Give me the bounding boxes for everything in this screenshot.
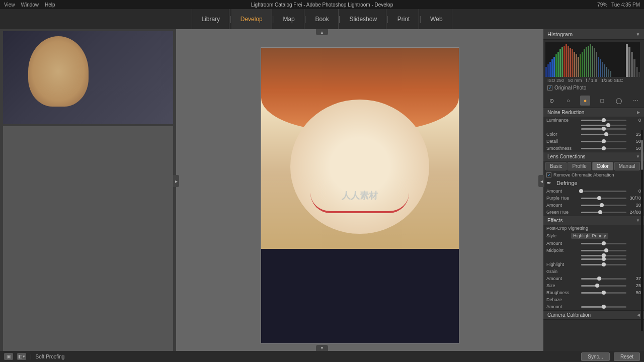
menu-bar[interactable]: View Window Help bbox=[4, 2, 55, 8]
smoothness-label: Smoothness bbox=[546, 146, 579, 151]
camera-calibration-title: Camera Calibration bbox=[547, 312, 591, 318]
hist-iso: ISO 250 bbox=[547, 78, 564, 83]
tool-dots[interactable]: ⋯ bbox=[631, 96, 641, 106]
svg-rect-8 bbox=[561, 47, 563, 77]
camera-calibration-header[interactable]: Camera Calibration ◀ bbox=[543, 311, 644, 319]
feather-slider[interactable] bbox=[581, 255, 626, 256]
svg-rect-11 bbox=[568, 46, 569, 77]
effects-header[interactable]: Effects ▼ bbox=[543, 216, 644, 225]
remove-ca-checkbox[interactable]: ✓ bbox=[546, 172, 551, 177]
vignette-amount-slider[interactable] bbox=[581, 243, 626, 244]
noise-reduction-collapse[interactable]: ▶ bbox=[637, 110, 640, 115]
smoothness-row: Smoothness 50 bbox=[543, 145, 644, 152]
dehaze-amount-slider[interactable] bbox=[581, 306, 626, 308]
view-mode-icon[interactable]: ▣ bbox=[4, 353, 13, 360]
nav-book[interactable]: Book bbox=[306, 9, 338, 29]
menu-window[interactable]: Window bbox=[21, 2, 39, 8]
tool-circle-dot[interactable]: ⊙ bbox=[546, 96, 556, 106]
highlight-row: Highlight bbox=[543, 261, 644, 268]
purple-hue-slider[interactable] bbox=[581, 198, 626, 199]
noise-reduction-header[interactable]: Noise Reduction ▶ bbox=[543, 108, 644, 117]
tool-square[interactable]: □ bbox=[597, 96, 607, 106]
svg-rect-32 bbox=[610, 71, 611, 77]
remove-ca-row[interactable]: ✓ Remove Chromatic Aberration bbox=[543, 171, 644, 178]
defringe-amount-slider[interactable] bbox=[581, 191, 626, 192]
green-hue-slider[interactable] bbox=[581, 212, 626, 213]
right-panel-toggle[interactable]: ◂ bbox=[538, 175, 544, 187]
tool-circle-outline[interactable]: ○ bbox=[564, 96, 574, 106]
smoothness-slider[interactable] bbox=[581, 148, 626, 149]
nav-map[interactable]: Map bbox=[274, 9, 304, 29]
histogram-collapse[interactable]: ▼ bbox=[636, 32, 640, 37]
nav-library[interactable]: Library bbox=[192, 9, 229, 29]
style-value[interactable]: Highlight Priority bbox=[571, 233, 608, 239]
effects-collapse[interactable]: ▼ bbox=[636, 218, 640, 223]
menu-view[interactable]: View bbox=[4, 2, 15, 8]
photo-skin bbox=[290, 100, 429, 234]
bottom-panel-toggle[interactable]: ▼ bbox=[316, 345, 328, 351]
svg-rect-35 bbox=[631, 52, 633, 77]
tab-color[interactable]: Color bbox=[592, 162, 613, 170]
green-hue-label: Green Hue bbox=[546, 210, 579, 215]
nav-print[interactable]: Print bbox=[388, 9, 420, 29]
svg-rect-19 bbox=[584, 49, 585, 77]
roundness-slider[interactable] bbox=[581, 258, 626, 260]
webcam-view bbox=[3, 31, 173, 124]
svg-rect-14 bbox=[574, 52, 575, 77]
bottom-bar: ▣ ◧▾ | Soft Proofing Sync... Reset bbox=[0, 351, 644, 362]
tool-circle-ring[interactable]: ◯ bbox=[614, 96, 624, 106]
svg-rect-12 bbox=[570, 48, 571, 77]
green-hue-row: Green Hue 24/88 bbox=[543, 209, 644, 216]
svg-rect-25 bbox=[596, 52, 597, 77]
lens-corrections-title: Lens Corrections bbox=[547, 154, 586, 159]
green-amount-slider[interactable] bbox=[581, 205, 626, 206]
grain-roughness-slider[interactable] bbox=[581, 292, 626, 294]
menu-help[interactable]: Help bbox=[45, 2, 55, 8]
grain-amount-slider[interactable] bbox=[581, 278, 626, 280]
roundness-row bbox=[543, 257, 644, 261]
color-slider[interactable] bbox=[581, 134, 626, 135]
svg-rect-24 bbox=[594, 48, 595, 77]
tab-basic[interactable]: Basic bbox=[545, 162, 567, 170]
original-photo-checkbox[interactable]: ✓ bbox=[547, 85, 552, 90]
feather-row bbox=[543, 254, 644, 257]
defringe-amount-row: Amount 0 bbox=[543, 188, 644, 195]
grain-size-slider[interactable] bbox=[581, 285, 626, 287]
lens-corrections-header[interactable]: Lens Corrections ▼ bbox=[543, 152, 644, 161]
midpoint-slider[interactable] bbox=[581, 250, 626, 251]
nav-develop[interactable]: Develop bbox=[231, 9, 272, 29]
highlight-slider[interactable] bbox=[581, 264, 626, 265]
scroll-indicator[interactable] bbox=[641, 130, 643, 331]
detail-value: 50 bbox=[628, 139, 641, 144]
photo-face-area bbox=[261, 48, 459, 255]
grain-amount-row: Amount 37 bbox=[543, 275, 644, 282]
battery-level: 79% bbox=[597, 2, 607, 8]
camera-calibration-section: Camera Calibration ◀ bbox=[543, 311, 644, 320]
reset-button[interactable]: Reset bbox=[614, 352, 640, 361]
scroll-thumb[interactable] bbox=[641, 140, 643, 170]
camera-calibration-collapse[interactable]: ◀ bbox=[637, 313, 640, 317]
view-options-icon[interactable]: ◧▾ bbox=[17, 353, 26, 360]
histogram-info: ISO 250 50 mm f / 1.8 1/250 SEC bbox=[545, 77, 642, 84]
nav-web[interactable]: Web bbox=[421, 9, 452, 29]
detail-slider[interactable] bbox=[581, 141, 626, 142]
midpoint-row: Midpoint bbox=[543, 247, 644, 254]
tab-manual[interactable]: Manual bbox=[614, 162, 640, 170]
nav-slideshow[interactable]: Slideshow bbox=[340, 9, 386, 29]
tool-circle-filled[interactable]: ● bbox=[580, 96, 590, 106]
sync-button[interactable]: Sync... bbox=[581, 352, 610, 361]
histogram-section: ISO 250 50 mm f / 1.8 1/250 SEC ✓ Origin… bbox=[543, 40, 644, 94]
left-panel-toggle[interactable]: ▸ bbox=[173, 175, 179, 187]
post-crop-label: Post-Crop Vignetting bbox=[543, 225, 644, 232]
dropper-icon[interactable]: ✒ bbox=[546, 179, 553, 187]
histogram-header[interactable]: Histogram ▼ bbox=[543, 29, 644, 40]
lum-sub2-slider[interactable] bbox=[581, 128, 626, 130]
luminance-slider[interactable] bbox=[581, 120, 626, 121]
tab-profile[interactable]: Profile bbox=[568, 162, 591, 170]
lens-corrections-collapse[interactable]: ▼ bbox=[636, 154, 640, 159]
top-panel-toggle[interactable]: ▲ bbox=[316, 29, 328, 35]
original-photo-toggle[interactable]: ✓ Original Photo bbox=[545, 84, 642, 92]
grain-amount-label: Amount bbox=[546, 276, 579, 281]
dehaze-label: Dehaze bbox=[543, 296, 644, 303]
lum-sub1-slider[interactable] bbox=[581, 125, 626, 126]
